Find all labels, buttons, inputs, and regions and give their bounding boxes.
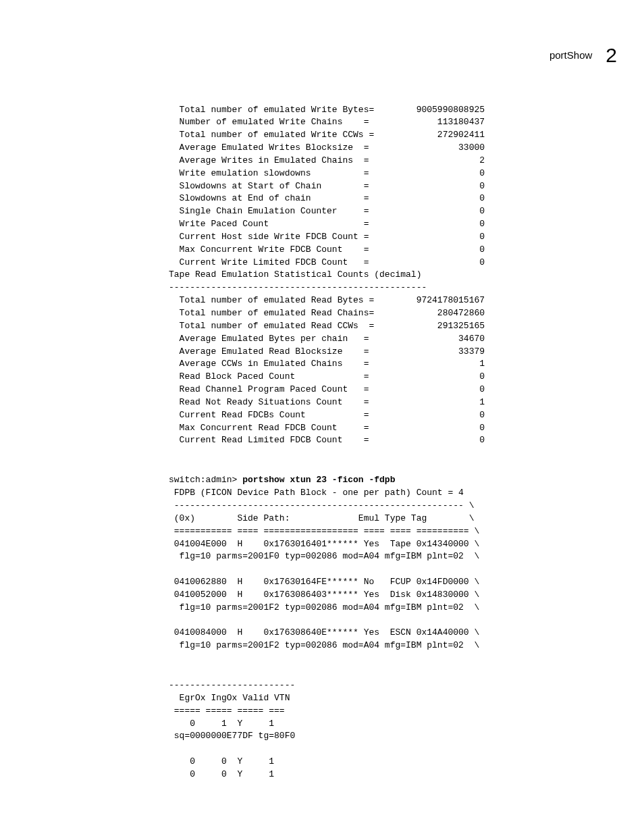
read-section-sep: ----------------------------------------… [169,282,617,294]
tail-block: ------------------------ EgrOx IngOx Val… [169,679,617,781]
read-stats-block: Total number of emulated Read Bytes = 97… [169,294,617,447]
write-stats-block: Total number of emulated Write Bytes= 90… [169,104,617,269]
command-line: switch:admin> portshow xtun 23 -ficon -f… [169,474,617,487]
read-section-title: Tape Read Emulation Statistical Counts (… [169,269,617,282]
fdpb-block: FDPB (FICON Device Path Block - one per … [169,487,617,652]
header-title: portShow [549,48,592,63]
header-chapter: 2 [606,41,617,70]
page-header: portShow 2 [27,41,617,70]
prompt: switch:admin> [169,475,242,485]
command-text: portshow xtun 23 -ficon -fdpb [242,475,395,485]
